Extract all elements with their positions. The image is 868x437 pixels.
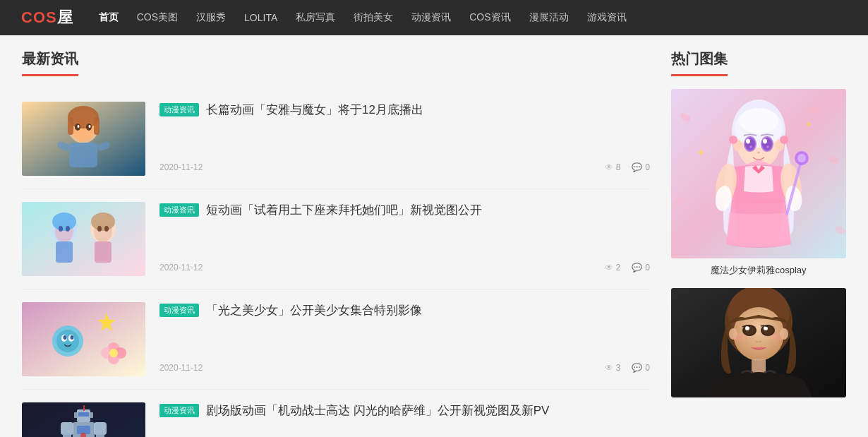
svg-point-77 [757,152,760,154]
news-list: 动漫资讯 长篇动画「安雅与魔女」将于12月底播出 2020-11-12 👁 8 … [22,89,650,437]
comment-count: 💬 0 [632,263,650,273]
news-tag: 动漫资讯 [159,103,199,116]
nav-cos-news[interactable]: COS资讯 [468,8,512,27]
svg-point-66 [739,108,778,133]
svg-point-23 [97,226,102,232]
view-count: 👁 3 [605,363,621,373]
news-tag: 动漫资讯 [159,203,199,217]
comment-icon: 💬 [632,363,642,373]
nav-street-photos[interactable]: 街拍美女 [352,8,394,27]
svg-point-31 [64,335,67,340]
svg-rect-25 [95,241,111,263]
news-thumbnail [22,102,145,176]
svg-rect-13 [22,202,145,276]
comment-icon: 💬 [632,162,642,172]
svg-point-38 [109,349,118,357]
comment-icon: 💬 [632,263,642,273]
svg-point-73 [746,139,750,144]
news-top: 动漫资讯 长篇动画「安雅与魔女」将于12月底播出 [159,102,650,119]
news-thumbnail [22,402,145,437]
news-stats: 👁 2 💬 0 [605,263,650,273]
svg-rect-19 [56,241,73,263]
svg-point-18 [66,226,70,232]
svg-point-17 [59,226,63,232]
view-count: 👁 2 [605,263,621,273]
svg-point-101 [733,333,747,342]
svg-point-67 [729,136,737,144]
svg-point-22 [91,212,115,231]
svg-point-24 [104,226,109,232]
svg-rect-103 [752,359,766,374]
news-body: 动漫资讯 短动画「试着用土下座来拜托她们吧」新视觉图公开 2020-11-12 … [159,202,650,273]
svg-point-102 [770,333,784,342]
svg-rect-26 [22,302,145,376]
main-content: 最新资讯 [22,49,650,437]
nav-lolita[interactable]: LOLITA [243,9,279,26]
news-stats: 👁 8 💬 0 [605,162,650,172]
eye-icon: 👁 [605,363,613,373]
hot-gallery-item: 魔法少女伊莉雅cosplay [671,89,846,277]
svg-point-32 [71,335,74,340]
news-thumbnail [22,302,145,376]
nav-home[interactable]: 首页 [97,8,120,27]
news-title[interactable]: 长篇动画「安雅与魔女」将于12月底播出 [206,102,423,119]
news-item: 动漫资讯 长篇动画「安雅与魔女」将于12月底播出 2020-11-12 👁 8 … [22,89,650,189]
svg-point-99 [745,326,749,330]
latest-news-title: 最新资讯 [22,49,78,76]
logo-house: 屋 [57,8,73,26]
logo-cos: COS [21,8,57,26]
comment-count: 💬 0 [632,363,650,373]
nav-cos-photos[interactable]: COS美图 [135,8,179,27]
site-logo[interactable]: COS屋 [21,7,73,28]
comment-count: 💬 0 [632,162,650,172]
news-top: 动漫资讯 短动画「试着用土下座来拜托她们吧」新视觉图公开 [159,202,650,219]
main-nav: 首页 COS美图 汉服秀 LOLITA 私房写真 街拍美女 动漫资讯 COS资讯… [97,8,628,27]
view-count: 👁 8 [605,162,621,172]
news-top: 动漫资讯 剧场版动画「机动战士高达 闪光的哈萨维」公开新视觉图及新PV [159,402,650,419]
nav-private-photos[interactable]: 私房写真 [294,8,337,27]
hot-thumbnail[interactable] [671,89,846,258]
sidebar: 热门图集 [671,49,846,437]
news-date: 2020-11-12 [159,263,203,273]
svg-point-9 [89,125,91,128]
news-tag: 动漫资讯 [159,404,199,417]
eye-icon: 👁 [605,162,613,172]
svg-point-75 [749,145,752,148]
svg-rect-44 [83,405,85,411]
svg-rect-43 [78,412,89,417]
svg-rect-41 [74,412,78,418]
news-item: 动漫资讯 剧场版动画「机动战士高达 闪光的哈萨维」公开新视觉图及新PV [22,390,650,437]
news-meta: 2020-11-12 👁 2 💬 0 [159,241,650,273]
svg-rect-42 [89,412,93,418]
news-title[interactable]: 短动画「试着用土下座来拜托她们吧」新视觉图公开 [206,202,482,219]
svg-point-16 [52,212,76,231]
nav-game-news[interactable]: 游戏资讯 [586,8,628,27]
news-title[interactable]: 剧场版动画「机动战士高达 闪光的哈萨维」公开新视觉图及新PV [206,402,549,419]
svg-point-85 [797,154,806,162]
nav-hanfu[interactable]: 汉服秀 [195,8,227,27]
hot-thumbnail-2[interactable] [671,288,846,397]
news-date: 2020-11-12 [159,363,203,373]
page-container: 最新资讯 [11,35,857,437]
nav-anime-news[interactable]: 动漫资讯 [410,8,452,27]
nav-expo[interactable]: 漫展活动 [528,8,570,27]
svg-rect-10 [69,143,97,167]
news-meta: 2020-11-12 👁 8 💬 0 [159,141,650,172]
news-stats: 👁 3 💬 0 [605,363,650,373]
news-body: 动漫资讯 长篇动画「安雅与魔女」将于12月底播出 2020-11-12 👁 8 … [159,102,650,172]
svg-point-76 [766,145,769,148]
news-item: 动漫资讯 短动画「试着用土下座来拜托她们吧」新视觉图公开 2020-11-12 … [22,189,650,289]
eye-icon: 👁 [605,263,613,273]
hot-title[interactable]: 魔法少女伊莉雅cosplay [671,264,846,277]
svg-point-28 [56,330,79,352]
hot-gallery-title: 热门图集 [671,49,728,76]
news-title[interactable]: 「光之美少女」公开美少女集合特别影像 [206,302,422,319]
news-top: 动漫资讯 「光之美少女」公开美少女集合特别影像 [159,302,650,319]
news-item: 动漫资讯 「光之美少女」公开美少女集合特别影像 2020-11-12 👁 3 💬 [22,289,650,390]
news-body: 动漫资讯 剧场版动画「机动战士高达 闪光的哈萨维」公开新视觉图及新PV [159,402,650,437]
news-meta: 2020-11-12 👁 3 💬 0 [159,342,650,373]
news-date: 2020-11-12 [159,162,203,172]
news-thumbnail [22,202,145,276]
svg-rect-4 [68,117,73,135]
news-tag: 动漫资讯 [159,304,199,317]
